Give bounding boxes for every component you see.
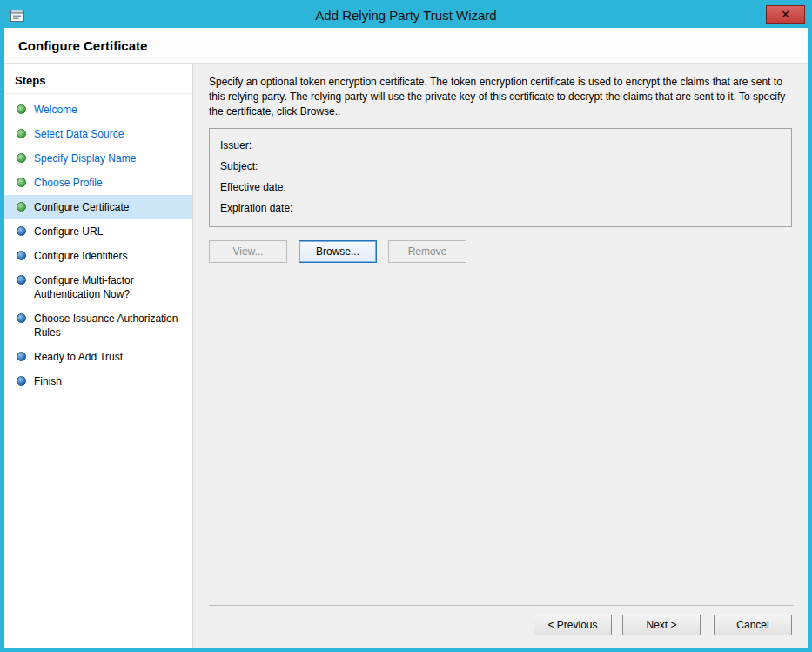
sidebar-step-item: Configure Multi-factor Authentication No…	[4, 268, 192, 306]
certificate-field-label: Subject:	[220, 160, 258, 172]
step-status-dot	[17, 226, 26, 236]
sidebar-step-item[interactable]: Welcome	[4, 97, 192, 122]
remove-button: Remove	[388, 240, 466, 263]
sidebar-step-item: Ready to Add Trust	[4, 345, 192, 369]
close-icon: ✕	[781, 8, 790, 21]
page-title: Configure Certificate	[18, 38, 794, 53]
step-label: Finish	[34, 374, 62, 388]
description-text: Specify an optional token encryption cer…	[209, 75, 794, 118]
certificate-field-label: Expiration date:	[220, 202, 292, 214]
wizard-window: Add Relying Party Trust Wizard ✕ Configu…	[0, 0, 812, 652]
step-label: Ready to Add Trust	[34, 350, 123, 364]
step-list: Welcome Select Data Source Specify Displ…	[4, 97, 192, 393]
sidebar-step-item: Configure Identifiers	[4, 244, 192, 268]
steps-heading: Steps	[4, 69, 192, 94]
step-status-dot	[17, 104, 26, 114]
sidebar-step-item[interactable]: Specify Display Name	[4, 146, 192, 171]
step-label: Configure URL	[34, 225, 103, 239]
certificate-details-box: Issuer: Subject: Effective date:	[209, 128, 792, 227]
sidebar-step-item[interactable]: Choose Profile	[4, 171, 192, 195]
step-status-dot	[17, 202, 26, 212]
view-button: View...	[209, 240, 287, 263]
step-status-dot	[17, 129, 26, 138]
step-label: Specify Display Name	[34, 151, 136, 165]
certificate-actions: View... Browse... Remove	[209, 240, 794, 263]
step-status-dot	[17, 352, 26, 361]
step-label: Choose Issuance Authorization Rules	[34, 312, 184, 339]
cancel-button[interactable]: Cancel	[714, 615, 792, 635]
certificate-field: Expiration date:	[220, 198, 781, 218]
sidebar-step-item: Finish	[4, 369, 192, 393]
step-label: Welcome	[34, 103, 77, 117]
steps-sidebar: Steps Welcome Select Data Source	[4, 64, 193, 648]
sidebar-step-item: Configure URL	[4, 219, 192, 244]
sidebar-step-item[interactable]: Select Data Source	[4, 122, 192, 146]
step-label: Configure Multi-factor Authentication No…	[34, 273, 184, 301]
step-status-dot	[17, 251, 26, 260]
certificate-field: Subject:	[220, 156, 781, 177]
browse-button[interactable]: Browse...	[299, 240, 377, 263]
sidebar-step-item: Configure Certificate	[4, 195, 192, 219]
step-label: Configure Certificate	[34, 200, 129, 214]
close-button[interactable]: ✕	[766, 5, 805, 24]
titlebar: Add Relying Party Trust Wizard ✕	[4, 4, 808, 28]
certificate-field: Effective date:	[220, 177, 781, 198]
certificate-field: Issuer:	[220, 135, 781, 156]
wizard-footer: < Previous Next > Cancel	[209, 605, 794, 637]
step-label: Select Data Source	[34, 127, 124, 141]
sidebar-step-item: Choose Issuance Authorization Rules	[4, 306, 192, 345]
step-status-dot	[17, 153, 26, 163]
step-label: Choose Profile	[34, 176, 103, 190]
step-status-dot	[17, 178, 26, 187]
certificate-field-label: Issuer:	[220, 139, 252, 151]
next-button[interactable]: Next >	[622, 615, 701, 635]
window-title: Add Relying Party Trust Wizard	[4, 4, 808, 28]
page-header: Configure Certificate	[4, 28, 808, 64]
step-label: Configure Identifiers	[34, 249, 127, 263]
main-panel: Specify an optional token encryption cer…	[193, 64, 808, 648]
step-status-dot	[17, 376, 26, 386]
step-status-dot	[17, 313, 26, 323]
certificate-field-label: Effective date:	[220, 181, 286, 193]
step-status-dot	[17, 275, 26, 285]
previous-button[interactable]: < Previous	[534, 615, 612, 635]
